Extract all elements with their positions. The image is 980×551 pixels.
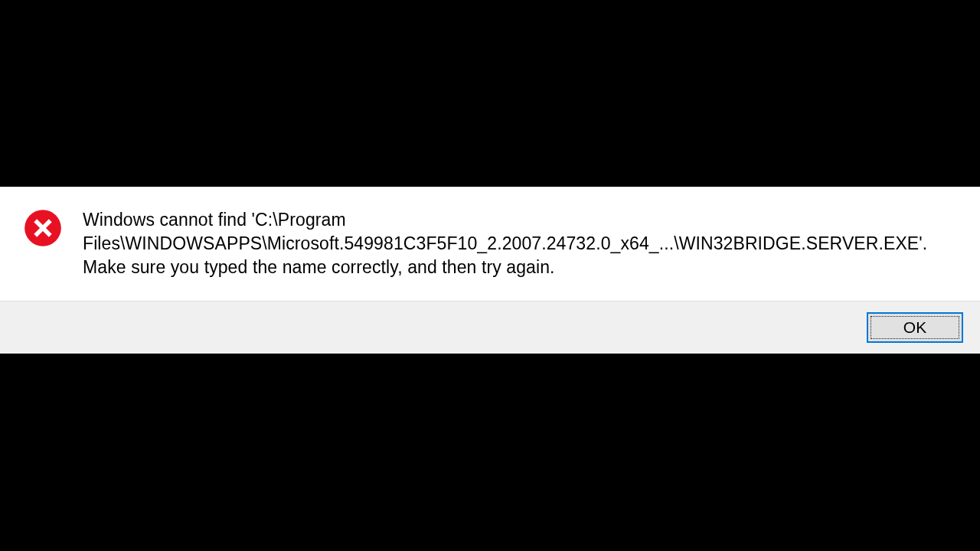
ok-button[interactable]: OK xyxy=(867,312,963,343)
dialog-body: Windows cannot find 'C:\Program Files\WI… xyxy=(0,187,980,301)
error-message: Windows cannot find 'C:\Program Files\WI… xyxy=(83,207,957,279)
error-dialog: Windows cannot find 'C:\Program Files\WI… xyxy=(0,187,980,354)
dialog-footer: OK xyxy=(0,301,980,354)
error-icon xyxy=(23,208,63,248)
